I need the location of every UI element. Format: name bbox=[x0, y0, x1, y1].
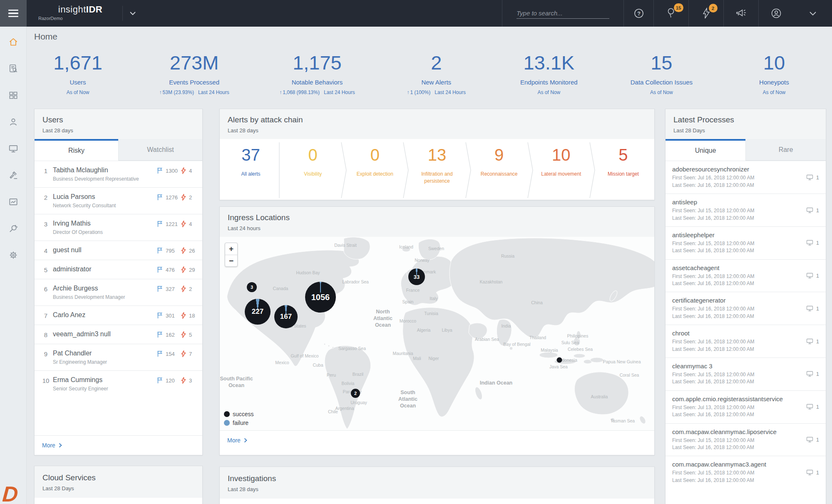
tab-unique[interactable]: Unique bbox=[666, 139, 745, 161]
process-row[interactable]: assetcacheagent First Seen: Jul 16, 2018… bbox=[666, 259, 826, 292]
user-rank: 1 bbox=[39, 166, 53, 174]
process-first-seen: First Seen: Jul 15, 2018 12:00:00 AM bbox=[672, 469, 802, 477]
ingress-title: Ingress Locations bbox=[228, 213, 646, 222]
help-button[interactable]: ? bbox=[623, 0, 653, 27]
segment-label: Exploit detection bbox=[357, 171, 393, 177]
users-more-link[interactable]: More bbox=[42, 442, 62, 449]
attack-chain-segment[interactable]: 10 Lateral movement bbox=[530, 140, 592, 199]
tab-risky[interactable]: Risky bbox=[35, 139, 118, 161]
user-row[interactable]: 1 Tabitha Mclaughlin Business Developmen… bbox=[35, 161, 202, 187]
ingress-bubble[interactable]: 167 bbox=[274, 305, 298, 328]
failure-dot-icon bbox=[224, 420, 230, 426]
ingress-bubble[interactable]: 1056 bbox=[305, 282, 336, 313]
rapid7-logo[interactable]: D bbox=[2, 481, 24, 504]
stat-value: 15 bbox=[630, 52, 693, 73]
user-row[interactable]: 9 Pat Chandler Sr Engineering Manager 15… bbox=[35, 344, 202, 370]
user-row[interactable]: 8 veeam_admin3 null 162 5 bbox=[35, 325, 202, 344]
tab-watchlist[interactable]: Watchlist bbox=[118, 139, 202, 161]
search-section bbox=[502, 0, 623, 27]
stat-tile[interactable]: 2 New Alerts ↑1 (100%)Last 24 Hours bbox=[405, 52, 467, 95]
bolt-icon bbox=[181, 377, 186, 384]
account-menu-caret[interactable] bbox=[793, 0, 832, 27]
chevron-down-icon bbox=[129, 11, 136, 15]
process-row[interactable]: com.macpaw.cleanmymac.liposervice First … bbox=[666, 423, 826, 456]
ingress-bubble[interactable] bbox=[557, 358, 562, 363]
user-row[interactable]: 6 Archie Burgess Business Development Ma… bbox=[35, 279, 202, 305]
ingress-bubble[interactable]: 227 bbox=[245, 299, 271, 325]
deception-notifications-button[interactable]: 15 bbox=[653, 0, 688, 27]
ingress-more-link[interactable]: More bbox=[227, 437, 247, 444]
world-map[interactable]: Davis StraitHudson BayLabrador SeaCanada… bbox=[220, 237, 654, 430]
process-row[interactable]: com.macpaw.cleanmymac3.agent First Seen:… bbox=[666, 456, 826, 489]
user-metrics: 476 29 bbox=[157, 266, 196, 273]
user-info: veeam_admin3 null bbox=[53, 330, 157, 338]
process-row[interactable]: adoberesourcesynchronizer First Seen: Ju… bbox=[666, 161, 826, 194]
zoom-out-button[interactable]: − bbox=[225, 255, 237, 266]
sidebar-item-settings[interactable] bbox=[7, 249, 20, 261]
announcements-button[interactable] bbox=[723, 0, 758, 27]
users-more-row: More bbox=[35, 435, 202, 455]
user-row[interactable]: 3 Irving Mathis Director Of Operations 1… bbox=[35, 214, 202, 241]
ingress-bubble[interactable]: 2 bbox=[351, 389, 360, 398]
top-bar: insightIDR RazorDemo ? 15 2 bbox=[0, 0, 832, 27]
flag-icon bbox=[157, 350, 163, 357]
user-name: administrator bbox=[53, 266, 157, 273]
attack-chain-segment[interactable]: 9 Reconnaissance bbox=[468, 140, 530, 199]
user-role: Network Security Consultant bbox=[53, 203, 157, 209]
attack-chain-title: Alerts by attack chain bbox=[228, 115, 646, 124]
user-info: Tabitha Mclaughlin Business Development … bbox=[53, 166, 157, 182]
sidebar-item-home[interactable] bbox=[7, 36, 20, 48]
stat-tile[interactable]: 10 Honeypots As of Now bbox=[743, 52, 805, 95]
stat-tile[interactable]: 273M Events Processed ↑53M (23.93%)Last … bbox=[159, 52, 229, 95]
alerts-notifications-button[interactable]: 2 bbox=[688, 0, 723, 27]
user-row[interactable]: 5 administrator 476 29 bbox=[35, 260, 202, 279]
ingress-bubble[interactable]: 33 bbox=[408, 268, 425, 285]
ingress-bubble[interactable]: 3 bbox=[247, 282, 257, 292]
attack-chain-segment[interactable]: 13 Infiltration and persistence bbox=[406, 140, 468, 199]
sidebar-item-users[interactable] bbox=[7, 116, 20, 128]
sidebar-item-log-search[interactable] bbox=[7, 62, 20, 75]
tab-rare[interactable]: Rare bbox=[745, 139, 826, 161]
user-row[interactable]: 4 guest null 795 26 bbox=[35, 241, 202, 260]
bolt-count: 2 bbox=[189, 194, 196, 201]
user-rank: 6 bbox=[39, 285, 53, 293]
bolt-count: 7 bbox=[189, 351, 196, 357]
attack-chain-segment[interactable]: 0 Exploit detection bbox=[344, 140, 406, 199]
user-row[interactable]: 7 Carlo Anez 301 18 bbox=[35, 305, 202, 325]
process-row[interactable]: certificategenerator First Seen: Jul 16,… bbox=[666, 292, 826, 325]
investigations-subtitle: Last 28 days bbox=[228, 486, 646, 492]
gavel-icon bbox=[8, 170, 19, 181]
app-logo: insightIDR bbox=[38, 4, 122, 15]
legend-item-success: success bbox=[224, 411, 254, 417]
process-row[interactable]: cleanmymac 3 First Seen: Jul 15, 2018 12… bbox=[666, 358, 826, 390]
user-row[interactable]: 10 Erma Cummings Senior Security Enginee… bbox=[35, 370, 202, 397]
sidebar-item-endpoints[interactable] bbox=[7, 142, 20, 155]
ingress-locations-panel: Ingress Locations Last 24 hours bbox=[219, 206, 655, 455]
attack-chain-segment[interactable]: 0 Visibility bbox=[282, 140, 344, 199]
user-role: Senior Security Engineer bbox=[53, 386, 157, 392]
stat-tile[interactable]: 13.1K Endpoints Monitored As of Now bbox=[518, 52, 580, 95]
sidebar-item-reports[interactable] bbox=[7, 196, 20, 208]
success-dot-icon bbox=[224, 411, 230, 417]
account-button[interactable] bbox=[758, 0, 793, 27]
process-row[interactable]: com.apple.cmio.registerassistantservice … bbox=[666, 390, 826, 423]
product-switcher-button[interactable] bbox=[123, 0, 143, 27]
attack-chain-segment[interactable]: 5 Mission target bbox=[592, 140, 654, 199]
sidebar-item-dashboard[interactable] bbox=[7, 89, 20, 102]
hamburger-menu-button[interactable] bbox=[0, 0, 27, 27]
user-rank: 7 bbox=[39, 311, 53, 319]
search-input[interactable] bbox=[517, 8, 609, 19]
zoom-in-button[interactable]: + bbox=[225, 243, 237, 255]
attack-chain-segment[interactable]: 37 All alerts bbox=[220, 140, 282, 199]
stat-tile[interactable]: 1,175 Notable Behaviors ↑1,068 (998.13%)… bbox=[279, 52, 355, 95]
user-row[interactable]: 2 Lucia Parsons Network Security Consult… bbox=[35, 187, 202, 214]
user-rank: 2 bbox=[39, 193, 53, 201]
stat-tile[interactable]: 15 Data Collection Issues As of Now bbox=[630, 52, 693, 95]
sidebar-item-data-collection[interactable] bbox=[7, 222, 20, 235]
process-row[interactable]: antisleep First Seen: Jul 15, 2018 12:00… bbox=[666, 194, 826, 226]
process-row[interactable]: antisleephelper First Seen: Jul 15, 2018… bbox=[666, 226, 826, 259]
report-chart-icon bbox=[8, 196, 19, 207]
stat-tile[interactable]: 1,671 Users As of Now bbox=[47, 52, 109, 95]
process-row[interactable]: chroot First Seen: Jul 16, 2018 12:00:00… bbox=[666, 325, 826, 358]
sidebar-item-investigations[interactable] bbox=[7, 169, 20, 181]
